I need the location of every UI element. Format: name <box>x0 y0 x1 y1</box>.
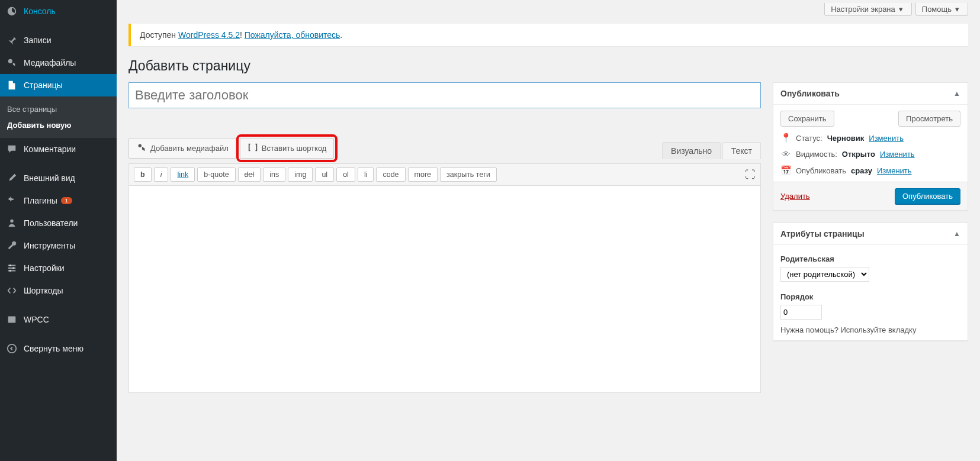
qt-ins[interactable]: ins <box>263 167 285 182</box>
menu-label: Внешний вид <box>24 173 75 183</box>
screen-options-label: Настройки экрана <box>831 5 895 14</box>
toggle-icon[interactable]: ▲ <box>953 230 960 238</box>
svg-point-6 <box>8 344 16 353</box>
svg-point-1 <box>10 220 13 223</box>
qt-code[interactable]: code <box>376 167 405 182</box>
menu-settings[interactable]: Настройки <box>0 257 117 279</box>
submenu-add-new[interactable]: Добавить новую <box>0 117 117 133</box>
menu-label: WPCC <box>24 315 49 324</box>
parent-label: Родительская <box>780 254 960 263</box>
menu-label: Консоль <box>24 7 56 16</box>
attributes-box-title: Атрибуты страницы <box>780 229 865 238</box>
insert-shortcode-label: Вставить шорткод <box>262 144 327 153</box>
code-icon <box>6 285 18 296</box>
screen-options-button[interactable]: Настройки экрана ▾ <box>824 3 912 16</box>
menu-appearance[interactable]: Внешний вид <box>0 167 117 189</box>
update-link[interactable]: Пожалуйста, обновитесь <box>245 30 340 40</box>
qt-bold[interactable]: b <box>134 167 152 182</box>
sliders-icon <box>6 262 18 274</box>
submenu-all-pages[interactable]: Все страницы <box>0 101 117 117</box>
dashboard-icon <box>6 5 18 17</box>
edit-date-link[interactable]: Изменить <box>877 166 912 175</box>
notice-sep: ! <box>240 30 245 40</box>
menu-posts[interactable]: Записи <box>0 29 117 51</box>
edit-status-link[interactable]: Изменить <box>869 134 904 143</box>
menu-label: Свернуть меню <box>24 344 83 353</box>
admin-sidebar: Консоль Записи Медиафайлы Страницы Все с… <box>0 0 117 461</box>
calendar-icon: 📅 <box>780 165 791 176</box>
menu-collapse[interactable]: Свернуть меню <box>0 337 117 360</box>
delete-link[interactable]: Удалить <box>780 192 810 201</box>
qt-closetags[interactable]: закрыть теги <box>440 167 497 182</box>
publish-box-title: Опубликовать <box>780 89 840 98</box>
toggle-icon[interactable]: ▲ <box>953 89 960 98</box>
menu-label: Страницы <box>24 80 63 90</box>
publish-value: сразу <box>851 166 872 175</box>
chevron-down-icon: ▾ <box>955 5 959 14</box>
editor-tab-visual[interactable]: Визуально <box>662 142 721 159</box>
qt-italic[interactable]: i <box>154 167 169 182</box>
menu-media[interactable]: Медиафайлы <box>0 51 117 74</box>
menu-label: Плагины <box>24 196 57 205</box>
page-attributes-box: Атрибуты страницы ▲ Родительская (нет ро… <box>773 223 968 341</box>
generic-icon <box>6 314 18 325</box>
preview-button[interactable]: Просмотреть <box>898 111 960 127</box>
menu-pages[interactable]: Страницы <box>0 74 117 96</box>
qt-li[interactable]: li <box>358 167 374 182</box>
menu-plugins[interactable]: Плагины 1 <box>0 189 117 212</box>
menu-label: Шорткоды <box>24 286 63 295</box>
menu-users[interactable]: Пользователи <box>0 212 117 234</box>
visibility-value: Открыто <box>842 150 875 159</box>
insert-shortcode-button[interactable]: Вставить шорткод <box>240 138 335 159</box>
page-icon <box>6 79 18 91</box>
qt-ol[interactable]: ol <box>336 167 355 182</box>
qt-del[interactable]: del <box>238 167 261 182</box>
publish-label: Опубликовать <box>796 166 846 175</box>
menu-label: Комментарии <box>24 144 76 154</box>
qt-link[interactable]: link <box>171 167 195 182</box>
save-draft-button[interactable]: Сохранить <box>780 111 834 127</box>
chevron-down-icon: ▾ <box>899 5 903 14</box>
editor-tab-text[interactable]: Текст <box>722 142 761 159</box>
fullscreen-icon[interactable]: ⛶ <box>745 169 756 181</box>
shortcode-icon <box>248 142 258 154</box>
svg-point-4 <box>9 270 12 272</box>
svg-point-7 <box>139 144 142 147</box>
notice-suffix: . <box>340 30 342 40</box>
pin-icon <box>6 34 18 46</box>
menu-label: Записи <box>24 36 51 45</box>
menu-dashboard[interactable]: Консоль <box>0 0 117 22</box>
brush-icon <box>6 172 18 184</box>
qt-img[interactable]: img <box>288 167 313 182</box>
help-button[interactable]: Помощь ▾ <box>915 3 968 16</box>
svg-point-0 <box>8 59 12 63</box>
add-media-button[interactable]: Добавить медиафайл <box>128 138 236 159</box>
eye-icon: 👁 <box>780 149 791 159</box>
content-editor[interactable] <box>128 186 761 393</box>
collapse-icon <box>6 343 18 354</box>
pages-submenu: Все страницы Добавить новую <box>0 96 117 138</box>
main-content: Настройки экрана ▾ Помощь ▾ Доступен Wor… <box>117 0 980 461</box>
quicktags-toolbar: b i link b-quote del ins img ul ol li co… <box>128 163 761 186</box>
menu-shortcodes[interactable]: Шорткоды <box>0 279 117 302</box>
menu-label: Пользователи <box>24 218 78 228</box>
wp-version-link[interactable]: WordPress 4.5.2 <box>178 30 240 40</box>
publish-button[interactable]: Опубликовать <box>895 188 960 204</box>
svg-point-2 <box>9 265 12 267</box>
attributes-help-text: Нужна помощь? Используйте вкладку <box>780 325 960 334</box>
menu-tools[interactable]: Инструменты <box>0 234 117 257</box>
edit-visibility-link[interactable]: Изменить <box>880 150 915 159</box>
svg-rect-5 <box>8 317 16 323</box>
parent-page-select[interactable]: (нет родительской) <box>780 267 869 282</box>
comment-icon <box>6 143 18 155</box>
post-title-input[interactable] <box>128 82 761 108</box>
key-icon: 📍 <box>780 133 791 143</box>
qt-more[interactable]: more <box>408 167 438 182</box>
qt-blockquote[interactable]: b-quote <box>197 167 235 182</box>
qt-ul[interactable]: ul <box>315 167 334 182</box>
plugins-badge: 1 <box>61 197 72 204</box>
menu-comments[interactable]: Комментарии <box>0 138 117 160</box>
menu-order-input[interactable] <box>780 305 822 320</box>
menu-wpcc[interactable]: WPCC <box>0 308 117 331</box>
camera-icon <box>136 142 147 154</box>
